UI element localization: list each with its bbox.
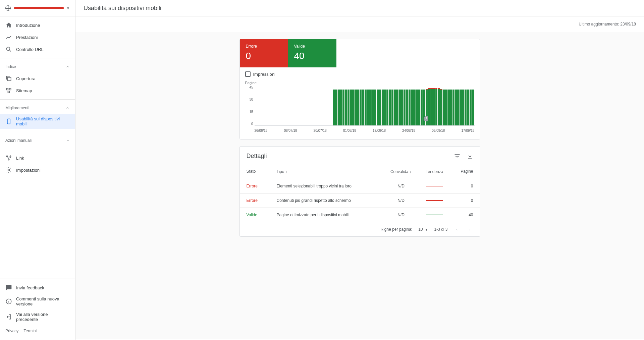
cell-convalida: N/D (386, 213, 416, 217)
sort-up-icon: ↑ (285, 169, 288, 174)
section-header-miglioramenti[interactable]: Miglioramenti (0, 102, 75, 114)
chart-bar (450, 90, 452, 125)
chart-bar (438, 88, 440, 125)
chart-bar (406, 90, 408, 125)
summary-valid-label: Valide (294, 44, 330, 49)
summary-error-label: Errore (246, 44, 282, 49)
chart-bar (382, 90, 384, 125)
nav-old-version[interactable]: Vai alla versione precedente (0, 309, 75, 325)
rows-value: 10 (418, 227, 423, 232)
cell-tipo: Contenuti più grandi rispetto allo scher… (277, 198, 386, 203)
table-row[interactable]: Errore Elementi selezionabili troppo vic… (240, 179, 480, 193)
chart-bar (460, 90, 462, 125)
section-header-indice[interactable]: Indice (0, 61, 75, 72)
table-row[interactable]: Valide Pagine ottimizzate per i disposit… (240, 208, 480, 222)
property-selector[interactable]: ▼ (0, 0, 75, 16)
nav-mobile-usability[interactable]: Usabilità sui dispositivi mobili (0, 114, 75, 129)
table-row[interactable]: Errore Contenuti più grandi rispetto all… (240, 193, 480, 208)
chart-bar (452, 90, 454, 125)
cell-pagine: 0 (453, 184, 473, 188)
details-card: Dettagli Stato Tipo ↑ Convalida ↓ Tenden… (239, 146, 480, 237)
chart-y-axis: 45 30 15 0 (245, 86, 253, 126)
nav-sitemap[interactable]: Sitemap (0, 84, 75, 97)
svg-point-6 (6, 156, 7, 157)
nav-settings[interactable]: Impostazioni (0, 164, 75, 176)
rows-per-page-select[interactable]: 10 ▼ (418, 227, 428, 232)
summary-valid[interactable]: Valide 40 (288, 39, 336, 67)
section-label: Indice (5, 64, 16, 69)
chart-bar (433, 88, 435, 125)
section-header-azioni[interactable]: Azioni manuali (0, 135, 75, 146)
nav-performance[interactable]: Prestazioni (0, 31, 75, 43)
nav-url-inspect[interactable]: Controllo URL (0, 43, 75, 55)
chart-bar (357, 90, 359, 125)
nav-intro[interactable]: Introduzione (0, 19, 75, 31)
terms-link[interactable]: Termini (23, 329, 37, 333)
nav-label: Controllo URL (16, 47, 44, 52)
chart-bar (430, 88, 432, 125)
chart-bar (447, 90, 449, 125)
nav-label: Copertura (16, 76, 36, 81)
col-tipo-label: Tipo (277, 169, 284, 174)
prev-page-button[interactable]: ‹ (454, 227, 461, 232)
nav-links[interactable]: Link (0, 152, 75, 164)
nav-comments[interactable]: Commenti sulla nuova versione (0, 294, 75, 309)
nav-label: Usabilità sui dispositivi mobili (16, 116, 70, 126)
overview-card: Errore 0 Valide 40 Impressioni Pagine (239, 39, 480, 139)
col-tipo[interactable]: Tipo ↑ (277, 169, 386, 174)
chart-bar (365, 90, 367, 125)
next-page-button[interactable]: › (467, 227, 473, 232)
nav-coverage[interactable]: Copertura (0, 72, 75, 84)
nav-label: Sitemap (16, 88, 32, 93)
sort-down-icon: ↓ (410, 169, 412, 174)
chart-bar (418, 90, 420, 125)
chevron-up-icon (66, 106, 70, 110)
chevron-down-icon (66, 138, 70, 143)
privacy-link[interactable]: Privacy (5, 329, 18, 333)
cell-tendenza (416, 213, 453, 217)
chart-bar (342, 90, 344, 125)
chart-bar (443, 90, 445, 125)
nav-feedback[interactable]: Invia feedback (0, 282, 75, 294)
impressions-checkbox[interactable] (245, 71, 251, 77)
last-update: Ultimo aggiornamento: 23/09/18 (75, 16, 644, 32)
x-tick: 05/09/18 (432, 129, 445, 132)
chart-bar (384, 90, 386, 125)
chart-bar (352, 90, 354, 125)
col-pagine[interactable]: Pagine (453, 169, 473, 174)
details-header: Dettagli (240, 147, 480, 163)
x-tick: 12/08/18 (373, 129, 386, 132)
col-tendenza[interactable]: Tendenza (416, 169, 453, 174)
download-icon[interactable] (467, 153, 473, 160)
chart-bar (396, 90, 398, 125)
gear-icon (5, 167, 12, 173)
x-tick: 17/09/18 (461, 129, 474, 132)
chart-area: Pagine 45 30 15 0 2 26/06/18 08/07/18 20 (240, 81, 480, 139)
feedback-icon (5, 284, 12, 291)
x-tick: 08/07/18 (284, 129, 297, 132)
chart-bar (347, 90, 350, 125)
chart-bar (470, 90, 472, 125)
col-convalida[interactable]: Convalida ↓ (386, 169, 416, 174)
cell-convalida: N/D (386, 198, 416, 203)
chart-bar (374, 90, 376, 125)
summary-error[interactable]: Errore 0 (240, 39, 288, 67)
chart-bar (340, 90, 342, 125)
section-label: Azioni manuali (5, 138, 32, 143)
col-stato[interactable]: Stato (247, 169, 277, 174)
cell-stato: Errore (247, 184, 277, 188)
y-tick: 0 (245, 122, 253, 126)
svg-point-8 (8, 159, 9, 160)
chart[interactable]: 45 30 15 0 2 26/06/18 08/07/18 20/07/18 … (245, 86, 475, 132)
nav-section-indice: Indice Copertura Sitemap (0, 58, 75, 100)
filter-icon[interactable] (454, 153, 461, 160)
cell-tendenza (416, 198, 453, 203)
links-icon (5, 155, 12, 161)
chart-bar: 2 (426, 89, 428, 125)
chart-bar (391, 90, 393, 125)
nav-section-top: Introduzione Prestazioni Controllo URL (0, 16, 75, 58)
section-label: Miglioramenti (5, 106, 29, 110)
y-tick: 45 (245, 86, 253, 89)
chart-bar (409, 90, 411, 125)
summary-valid-value: 40 (294, 51, 330, 61)
